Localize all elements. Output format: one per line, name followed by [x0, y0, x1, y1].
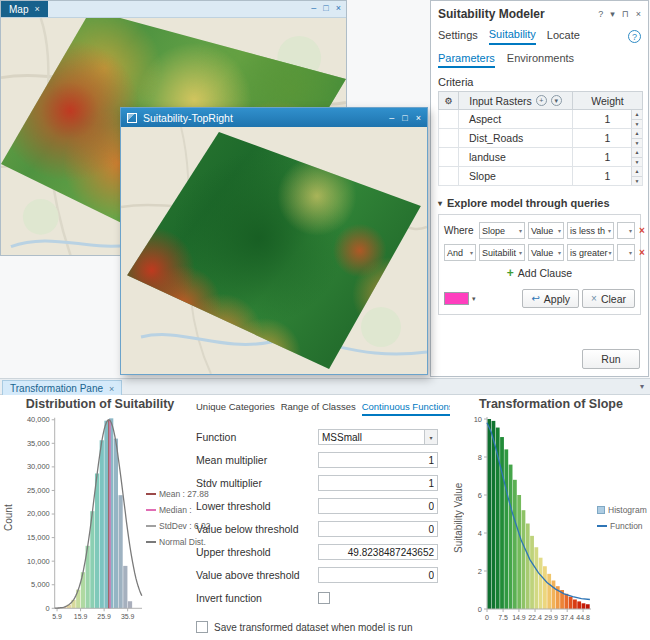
apply-button[interactable]: ↩ Apply [522, 289, 579, 308]
weight-value: 1 [605, 170, 611, 182]
tab-continuous-functions[interactable]: Continuous Functions [362, 401, 450, 416]
value-below-threshold-field[interactable] [318, 521, 438, 537]
target-dropdown[interactable]: Value▾ [528, 222, 564, 239]
value-dropdown[interactable]: ▾ [617, 222, 635, 239]
spin-up-icon[interactable]: ▲ [632, 167, 642, 176]
add-clause-label: Add Clause [518, 267, 572, 279]
subtab-parameters[interactable]: Parameters [438, 52, 495, 68]
spin-down-icon[interactable]: ▼ [632, 176, 642, 186]
chevron-down-icon: ▾ [609, 249, 612, 256]
suitability-topright-window: Suitability-TopRight – □ × [120, 107, 428, 375]
tab-locate[interactable]: Locate [547, 29, 580, 44]
clear-button[interactable]: × Clear [582, 289, 635, 308]
table-row[interactable]: landuse 1 ▲▼ [439, 148, 643, 167]
close-icon[interactable]: × [109, 384, 114, 394]
collapse-chevron-icon[interactable]: ▾ [640, 382, 644, 391]
pane-header-icons: ? ▾ ⊓ × [598, 9, 641, 19]
plus-icon: + [507, 266, 514, 280]
spin-down-icon[interactable]: ▼ [632, 119, 642, 129]
help-icon[interactable]: ? [598, 9, 603, 19]
save-transformed-label: Save transformed dataset when model is r… [214, 622, 412, 633]
tab-unique-categories[interactable]: Unique Categories [196, 401, 275, 416]
histogram-swatch [597, 506, 605, 514]
value-dropdown[interactable]: ▾ [617, 244, 635, 261]
remove-clause-icon[interactable]: × [639, 225, 645, 236]
median-line-swatch [146, 509, 156, 511]
remove-clause-icon[interactable]: × [639, 247, 645, 258]
gear-icon: ⚙ [439, 92, 459, 110]
query-color-swatch[interactable] [444, 292, 469, 305]
subtab-environments[interactable]: Environments [507, 52, 574, 68]
collapse-rasters-button[interactable]: ▾ [551, 95, 562, 106]
chevron-down-icon: ▾ [519, 227, 522, 234]
close-icon[interactable]: × [636, 9, 641, 19]
spin-up-icon[interactable]: ▲ [632, 148, 642, 157]
function-dropdown[interactable]: MSSmall ▾ [318, 429, 438, 445]
target-dropdown[interactable]: Value▾ [528, 244, 564, 261]
chevron-down-icon: ▾ [470, 249, 473, 256]
normal-dist-line-swatch [146, 541, 156, 543]
tab-settings[interactable]: Settings [438, 29, 478, 44]
spin-up-icon[interactable]: ▲ [632, 129, 642, 138]
transformation-pane-content: Distribution of Suitability Count 05,000… [0, 395, 650, 640]
criteria-table: ⚙ Input Rasters + ▾ Weight Aspect 1 ▲▼ D… [438, 91, 643, 186]
invert-function-checkbox[interactable] [318, 592, 330, 604]
maximize-icon[interactable]: □ [323, 3, 328, 13]
chevron-down-icon[interactable]: ▾ [472, 295, 476, 303]
modeler-subtabs: Parameters Environments [431, 45, 648, 68]
svg-text:4: 4 [478, 529, 482, 538]
operator-dropdown[interactable]: is less th▾ [567, 222, 614, 239]
upper-threshold-field[interactable] [318, 544, 438, 560]
add-raster-button[interactable]: + [536, 95, 547, 106]
field-dropdown[interactable]: Suitabilit▾ [479, 244, 525, 261]
spin-down-icon[interactable]: ▼ [632, 157, 642, 167]
minimize-icon[interactable]: – [389, 113, 394, 123]
chevron-down-icon: ▾ [558, 249, 561, 256]
tab-range-of-classes[interactable]: Range of Classes [281, 401, 356, 416]
menu-caret-icon[interactable]: ▾ [610, 9, 615, 19]
add-clause-button[interactable]: + Add Clause [444, 266, 635, 280]
close-icon[interactable]: × [336, 3, 341, 13]
svg-text:2: 2 [478, 567, 482, 576]
operator-dropdown[interactable]: is greater▾ [567, 244, 614, 261]
lower-threshold-field[interactable] [318, 498, 438, 514]
svg-text:10: 10 [474, 415, 482, 424]
help-button[interactable]: ? [628, 30, 641, 43]
table-row[interactable]: Dist_Roads 1 ▲▼ [439, 129, 643, 148]
weight-value: 1 [605, 151, 611, 163]
connector-dropdown[interactable]: And▾ [444, 244, 476, 261]
stdv-multiplier-field[interactable] [318, 475, 438, 491]
field-dropdown[interactable]: Slope▾ [479, 222, 525, 239]
svg-text:6: 6 [478, 491, 482, 500]
float-window-titlebar[interactable]: Suitability-TopRight – □ × [121, 108, 427, 127]
svg-text:14.9: 14.9 [512, 614, 526, 621]
svg-text:10,000: 10,000 [27, 557, 50, 566]
transformation-form: Unique Categories Range of Classes Conti… [196, 401, 450, 633]
minimize-icon[interactable]: – [311, 3, 316, 13]
pane-title: Suitability Modeler [438, 7, 598, 21]
explore-queries-section-header[interactable]: ▾ Explore model through queries [431, 186, 648, 214]
spin-down-icon[interactable]: ▼ [632, 138, 642, 148]
table-row[interactable]: Aspect 1 ▲▼ [439, 110, 643, 129]
close-icon[interactable]: × [416, 113, 421, 123]
svg-text:8: 8 [478, 453, 482, 462]
mean-multiplier-field[interactable] [318, 452, 438, 468]
form-row-value-above-threshold: Value above threshold [196, 567, 450, 583]
tab-transformation-pane[interactable]: Transformation Pane × [2, 380, 122, 396]
map-canvas[interactable] [121, 127, 427, 374]
svg-text:0: 0 [478, 605, 482, 614]
maximize-icon[interactable]: □ [402, 113, 407, 123]
svg-text:7.5: 7.5 [498, 614, 508, 621]
table-row[interactable]: Slope 1 ▲▼ [439, 167, 643, 186]
value-above-threshold-field[interactable] [318, 567, 438, 583]
tab-map[interactable]: Map × [1, 1, 48, 17]
pin-icon[interactable]: ⊓ [622, 9, 629, 19]
weight-value: 1 [605, 113, 611, 125]
run-button[interactable]: Run [582, 349, 640, 369]
chevron-down-icon: ▾ [519, 249, 522, 256]
save-transformed-checkbox[interactable] [196, 621, 208, 633]
spin-up-icon[interactable]: ▲ [632, 110, 642, 119]
tab-suitability[interactable]: Suitability [489, 28, 536, 45]
transformation-pane-tab-strip: Transformation Pane × ▾ [0, 378, 650, 395]
close-icon[interactable]: × [34, 4, 39, 14]
